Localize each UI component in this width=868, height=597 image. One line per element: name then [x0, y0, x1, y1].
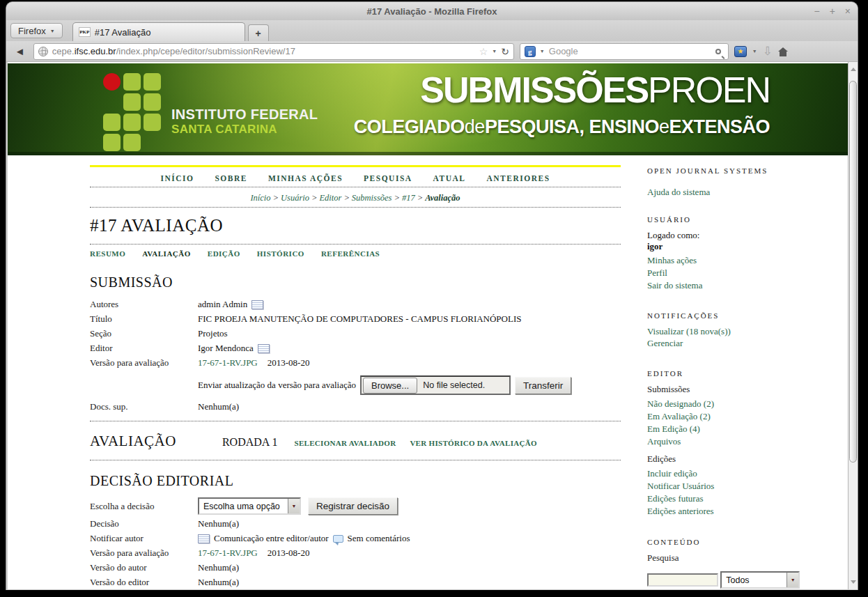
system-help-link[interactable]: Ajuda do sistema [647, 187, 842, 199]
tab-referencias[interactable]: REFERÊNCIAS [321, 249, 380, 258]
tab-edicao[interactable]: EDIÇÃO [208, 249, 240, 258]
nav-item-atual[interactable]: ATUAL [433, 174, 466, 187]
decision-select[interactable]: Escolha uma opção ▼ [198, 497, 301, 515]
pkp-favicon: PKP [79, 27, 91, 37]
minimize-button[interactable]: − [814, 6, 819, 16]
url-bar[interactable]: cepe.ifsc.edu.br/index.php/cepe/editor/s… [33, 43, 514, 60]
urlbar-dropdown-icon[interactable]: ▼ [492, 49, 497, 54]
authors-label: Autores [90, 299, 198, 310]
firefox-menu-button[interactable]: Firefox ▼ [10, 23, 63, 38]
decision-select-value: Escolha uma opção [199, 502, 288, 511]
scrollbar-thumb[interactable] [849, 81, 857, 463]
downloads-icon[interactable]: ⇩ [763, 46, 773, 57]
google-engine-icon[interactable]: g [525, 46, 536, 57]
globe-icon [38, 47, 48, 56]
sidebar-link-notificar-usuarios[interactable]: Notificar Usuários [647, 481, 842, 493]
review-section-header: AVALIAÇÃO RODADA 1 SELECIONAR AVALIADOR … [90, 433, 621, 450]
choose-decision-label: Escolha a decisão [90, 501, 198, 512]
sidebar-link-em-avaliacao[interactable]: Em Avaliação (2) [647, 411, 842, 423]
email-icon[interactable] [198, 534, 210, 543]
back-button[interactable]: ◄ [12, 45, 28, 57]
breadcrumb-inicio[interactable]: Início [250, 193, 270, 203]
sidebar-link-visualizar[interactable]: Visualizar (18 nova(s)) [647, 326, 842, 338]
username: igor [647, 241, 842, 252]
primary-nav: INÍCIO SOBRE MINHAS AÇÕES PESQUISA ATUAL… [90, 174, 621, 187]
tab-avaliacao-page[interactable]: AVALIAÇÃO [142, 249, 191, 258]
select-arrow-icon[interactable]: ▼ [786, 573, 798, 587]
select-arrow-icon[interactable]: ▼ [288, 499, 300, 513]
search-icon[interactable] [715, 49, 721, 54]
chevron-down-icon: ▼ [50, 29, 55, 33]
scroll-down-icon[interactable] [851, 580, 856, 584]
submissions-subheading: Submissões [647, 384, 842, 395]
nav-item-sobre[interactable]: SOBRE [215, 174, 247, 187]
search-input[interactable]: Google [549, 46, 711, 56]
transfer-button[interactable]: Transferir [515, 377, 571, 394]
review-file-date: 2013-08-20 [268, 548, 310, 559]
submission-details: Autores admin Admin Título FIC PROEJA MA… [90, 299, 621, 412]
new-tab-button[interactable]: + [248, 24, 269, 41]
editorial-decision-heading: DECISÃO EDITORIAL [90, 473, 621, 489]
comments-text: Sem comentários [348, 533, 410, 544]
search-bar[interactable]: g ▼ Google [520, 43, 729, 60]
sidebar-link-minhas-acoes[interactable]: Minhas ações [647, 255, 842, 267]
home-icon[interactable] [778, 47, 788, 56]
section-label: Seção [90, 328, 198, 339]
search-scope-value: Todos [722, 575, 786, 585]
tab-avaliacao[interactable]: PKP #17 Avaliação [72, 22, 245, 41]
sidebar-link-incluir-edicao[interactable]: Incluir edição [647, 468, 842, 480]
close-button[interactable]: × [845, 6, 851, 16]
sidebar-link-gerenciar[interactable]: Gerenciar [647, 338, 842, 350]
nav-item-minhas-acoes[interactable]: MINHAS AÇÕES [268, 174, 343, 187]
sidebar-link-nao-designado[interactable]: Não designado (2) [647, 398, 842, 410]
bookmarks-dropdown-icon[interactable]: ▼ [752, 49, 757, 54]
breadcrumb-usuario[interactable]: Usuário [281, 193, 309, 203]
search-scope-select[interactable]: Todos ▼ [720, 571, 800, 589]
review-version-label: Versão para avaliação [90, 548, 198, 559]
bookmark-star-icon[interactable]: ☆ [479, 46, 488, 57]
ifsc-logo [103, 73, 161, 151]
tab-historico[interactable]: HISTÓRICO [257, 249, 304, 258]
sidebar-link-sair[interactable]: Sair do sistema [647, 280, 842, 292]
upload-review-version-row: Enviar atualização da versão para avalia… [198, 375, 621, 395]
titlebar[interactable]: #17 Avaliação - Mozilla Firefox − + × [6, 2, 858, 20]
bookmarks-library-icon[interactable]: ★ [734, 46, 747, 57]
choose-decision-controls: Escolha uma opção ▼ Registrar decisão [198, 497, 621, 515]
breadcrumb: Início>Usuário>Editor>Submissões>#17>Ava… [90, 190, 621, 207]
email-icon[interactable] [251, 300, 263, 309]
record-decision-button[interactable]: Registrar decisão [308, 497, 398, 515]
sidebar-link-perfil[interactable]: Perfil [647, 268, 842, 279]
nav-item-anteriores[interactable]: ANTERIORES [487, 174, 550, 187]
browse-button[interactable]: Browse... [363, 378, 417, 394]
nav-item-pesquisa[interactable]: PESQUISA [364, 174, 412, 187]
search-engine-dropdown-icon[interactable]: ▼ [540, 49, 545, 54]
url-path: /index.php/cepe/editor/submissionReview/… [116, 46, 295, 56]
breadcrumb-editor[interactable]: Editor [319, 193, 341, 203]
sidebar-link-em-edicao[interactable]: Em Edição (4) [647, 424, 842, 435]
sidebar-search-input[interactable] [647, 573, 718, 587]
nav-item-inicio[interactable]: INÍCIO [160, 174, 194, 187]
maximize-button[interactable]: + [830, 6, 835, 16]
review-version-label: Versão para avaliação [90, 357, 198, 369]
select-reviewer-link[interactable]: SELECIONAR AVALIADOR [294, 439, 396, 447]
editorial-decision-details: Escolha a decisão Escolha uma opção ▼ Re… [90, 497, 621, 589]
breadcrumb-submissoes[interactable]: Submissões [352, 193, 392, 203]
sidebar-link-arquivos[interactable]: Arquivos [647, 436, 842, 448]
review-file-link[interactable]: 17-67-1-RV.JPG [198, 357, 258, 369]
scroll-up-icon[interactable] [851, 68, 856, 71]
sidebar-link-edicoes-futuras[interactable]: Edições futuras [647, 493, 842, 505]
window-controls: − + × [814, 2, 851, 20]
tab-resumo[interactable]: RESUMO [90, 249, 125, 258]
divider [90, 421, 621, 421]
vertical-scrollbar[interactable] [848, 62, 858, 589]
sidebar-link-edicoes-anteriores[interactable]: Edições anteriores [647, 506, 842, 518]
breadcrumb-17[interactable]: #17 [402, 193, 415, 203]
email-icon[interactable] [258, 344, 270, 353]
review-file-link[interactable]: 17-67-1-RV.JPG [198, 548, 258, 559]
url-text[interactable]: cepe.ifsc.edu.br/index.php/cepe/editor/s… [52, 46, 475, 56]
file-input[interactable]: Browse... No file selected. [360, 375, 511, 395]
view-review-history-link[interactable]: VER HISTÓRICO DA AVALIAÇÃO [410, 439, 537, 447]
comment-icon[interactable] [333, 535, 343, 543]
reload-icon[interactable]: ↻ [501, 46, 509, 57]
page-viewport: INSTITUTO FEDERAL SANTA CATARINA SUBMISS… [8, 62, 848, 589]
